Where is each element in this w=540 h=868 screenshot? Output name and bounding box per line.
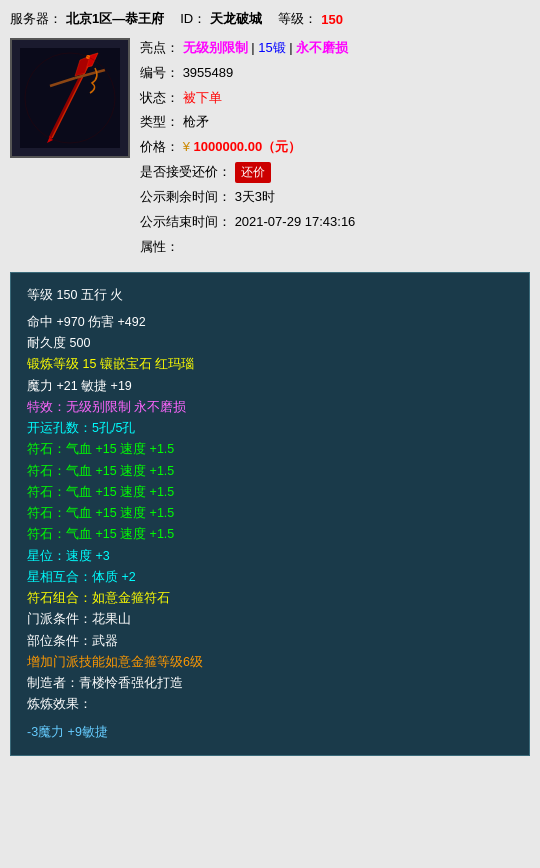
server-label: 服务器： xyxy=(10,10,62,28)
time-end-value: 2021-07-29 17:43:16 xyxy=(235,214,356,229)
level-info: 等级： 150 xyxy=(278,10,343,28)
id-field-value: 3955489 xyxy=(183,65,234,80)
attr-maker: 制造者：青楼怜香强化打造 xyxy=(27,673,513,694)
price-value: 1000000.00（元） xyxy=(193,139,301,154)
attr-level-line: 等级 150 五行 火 xyxy=(27,285,513,306)
attr-slots: 开运孔数：5孔/5孔 xyxy=(27,418,513,439)
attr-faction-cond: 门派条件：花果山 xyxy=(27,609,513,630)
id-value: 天龙破城 xyxy=(210,10,262,28)
page-container: 服务器： 北京1区—恭王府 ID： 天龙破城 等级： 150 xyxy=(0,0,540,766)
attr-skill-boost: 增加门派技能如意金箍等级6级 xyxy=(27,652,513,673)
attr-special: 特效：无级别限制 永不磨损 xyxy=(27,397,513,418)
time-remain-row: 公示剩余时间： 3天3时 xyxy=(140,187,530,208)
attr-stats2: 耐久度 500 xyxy=(27,333,513,354)
price-label: 价格： xyxy=(140,139,179,154)
attr-rune2: 符石：气血 +15 速度 +1.5 xyxy=(27,461,513,482)
type-label: 类型： xyxy=(140,114,179,129)
accept-btn[interactable]: 还价 xyxy=(235,162,271,183)
accept-label: 是否接受还价： xyxy=(140,164,231,179)
attr-star2: 星相互合：体质 +2 xyxy=(27,567,513,588)
price-symbol: ¥ xyxy=(183,139,190,154)
attr-part-cond: 部位条件：武器 xyxy=(27,631,513,652)
sep1: | xyxy=(251,40,254,55)
attr-magic: 魔力 +21 敏捷 +19 xyxy=(27,376,513,397)
state-value: 被下单 xyxy=(183,90,222,105)
weapon-svg xyxy=(20,48,120,148)
server-value: 北京1区—恭王府 xyxy=(66,10,164,28)
level-label: 等级： xyxy=(278,10,317,28)
time-remain-label: 公示剩余时间： xyxy=(140,189,231,204)
price-row: 价格： ¥ 1000000.00（元） xyxy=(140,137,530,158)
attr-label-row: 属性： xyxy=(140,237,530,258)
level-value: 150 xyxy=(321,12,343,27)
highlight-nodamage: 永不磨损 xyxy=(296,40,348,55)
id-row: 编号： 3955489 xyxy=(140,63,530,84)
item-image xyxy=(10,38,130,158)
time-end-row: 公示结束时间： 2021-07-29 17:43:16 xyxy=(140,212,530,233)
main-content: 亮点： 无级别限制 | 15锻 | 永不磨损 编号： 3955489 状态： 被… xyxy=(10,38,530,262)
attr-refine-value: -3魔力 +9敏捷 xyxy=(27,722,513,743)
time-remain-value: 3天3时 xyxy=(235,189,275,204)
id-label-field: 编号： xyxy=(140,65,179,80)
state-row: 状态： 被下单 xyxy=(140,88,530,109)
header-bar: 服务器： 北京1区—恭王府 ID： 天龙破城 等级： 150 xyxy=(10,10,530,28)
server-info: 服务器： 北京1区—恭王府 xyxy=(10,10,164,28)
info-panel: 亮点： 无级别限制 | 15锻 | 永不磨损 编号： 3955489 状态： 被… xyxy=(140,38,530,262)
highlight-row: 亮点： 无级别限制 | 15锻 | 永不磨损 xyxy=(140,38,530,59)
attr-stats1: 命中 +970 伤害 +492 xyxy=(27,312,513,333)
time-end-label: 公示结束时间： xyxy=(140,214,231,229)
sep2: | xyxy=(289,40,292,55)
type-row: 类型： 枪矛 xyxy=(140,112,530,133)
attr-rune3: 符石：气血 +15 速度 +1.5 xyxy=(27,482,513,503)
attr-rune1: 符石：气血 +15 速度 +1.5 xyxy=(27,439,513,460)
attr-forge: 锻炼等级 15 镶嵌宝石 红玛瑙 xyxy=(27,354,513,375)
accept-row: 是否接受还价： 还价 xyxy=(140,162,530,183)
id-info: ID： 天龙破城 xyxy=(180,10,262,28)
highlight-forge: 15锻 xyxy=(258,40,285,55)
attr-label: 属性： xyxy=(140,239,179,254)
highlight-nolimit: 无级别限制 xyxy=(183,40,248,55)
attr-rune5: 符石：气血 +15 速度 +1.5 xyxy=(27,524,513,545)
id-label: ID： xyxy=(180,10,206,28)
attr-star1: 星位：速度 +3 xyxy=(27,546,513,567)
state-label: 状态： xyxy=(140,90,179,105)
highlight-label: 亮点： xyxy=(140,40,179,55)
attr-stone-combo: 符石组合：如意金箍符石 xyxy=(27,588,513,609)
attr-rune4: 符石：气血 +15 速度 +1.5 xyxy=(27,503,513,524)
attr-box: 等级 150 五行 火 命中 +970 伤害 +492 耐久度 500 锻炼等级… xyxy=(10,272,530,756)
type-value: 枪矛 xyxy=(183,114,209,129)
attr-refine-label: 炼炼效果： xyxy=(27,694,513,715)
